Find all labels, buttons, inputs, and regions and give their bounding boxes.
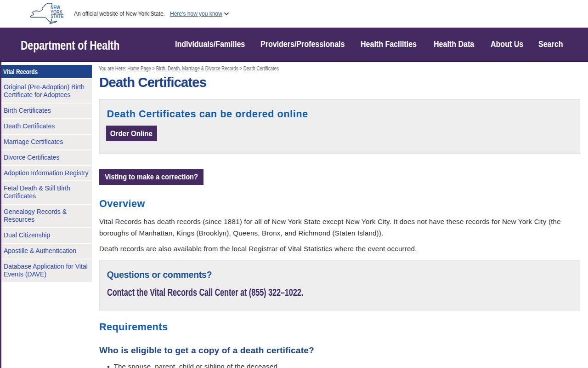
svg-text:STATE: STATE bbox=[51, 13, 63, 19]
